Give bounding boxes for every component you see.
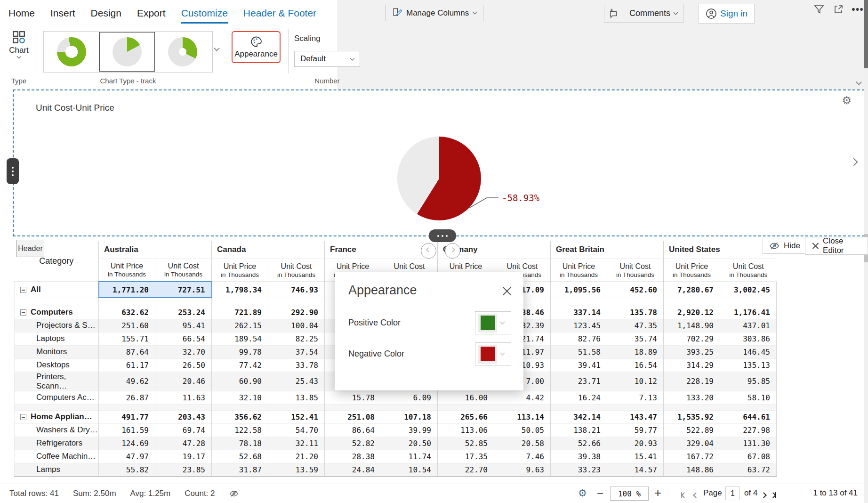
value-cell[interactable]: 54.70 <box>268 423 325 437</box>
value-cell[interactable]: 33.23 <box>551 463 607 476</box>
settings-gear-icon[interactable]: ⚙ <box>578 487 587 499</box>
value-cell[interactable]: 52.68 <box>212 450 268 463</box>
value-cell[interactable]: 522.89 <box>664 423 720 437</box>
value-cell[interactable]: 66.54 <box>155 332 212 345</box>
sign-in-button[interactable]: Sign in <box>699 4 755 24</box>
next-page-button[interactable] <box>762 490 766 500</box>
measure-header[interactable]: Unit Costin Thousands <box>268 259 325 282</box>
value-cell[interactable]: 113.06 <box>438 423 494 437</box>
collapse-icon[interactable] <box>20 414 26 420</box>
tab-customize[interactable]: Customize <box>181 8 228 22</box>
value-cell[interactable]: 1,176.41 <box>720 306 777 319</box>
chart-type-donut[interactable] <box>44 32 99 72</box>
value-cell[interactable]: 1,148.90 <box>664 319 720 332</box>
collapse-icon[interactable] <box>20 287 26 293</box>
value-cell[interactable]: 10.12 <box>607 372 664 391</box>
value-cell[interactable]: 7.13 <box>607 391 664 404</box>
value-cell[interactable]: 10.54 <box>381 463 438 476</box>
value-cell[interactable]: 644.61 <box>720 410 777 423</box>
value-cell[interactable]: 55.82 <box>99 463 155 476</box>
measure-header[interactable]: Unit Pricein Thousands <box>99 259 155 282</box>
color-picker[interactable] <box>475 342 511 365</box>
value-cell[interactable]: 7.46 <box>494 450 551 463</box>
value-cell[interactable]: 123.45 <box>551 319 607 332</box>
value-cell[interactable]: 155.71 <box>99 332 155 345</box>
value-cell[interactable]: 16.54 <box>607 358 664 372</box>
value-cell[interactable]: 26.87 <box>99 391 155 404</box>
value-cell[interactable]: 1,535.92 <box>664 410 720 423</box>
tab-export[interactable]: Export <box>137 8 166 22</box>
chart-panel[interactable]: Unit Cost-Unit Price ⚙ -58.93% <box>13 89 865 236</box>
measure-header[interactable]: Unit Pricein Thousands <box>551 259 607 282</box>
value-cell[interactable]: 17.35 <box>438 450 494 463</box>
scrollbar-thumb[interactable] <box>864 0 868 68</box>
first-page-button[interactable] <box>681 490 686 500</box>
value-cell[interactable]: 23.71 <box>551 372 607 391</box>
row-label-computers-ac-[interactable]: Computers Ac… <box>15 391 99 404</box>
chart-type-pie-variant[interactable] <box>155 32 210 72</box>
value-cell[interactable]: 337.14 <box>551 306 607 319</box>
value-cell[interactable]: 19.17 <box>155 450 212 463</box>
value-cell[interactable]: 69.74 <box>155 423 212 437</box>
fullscreen-icon[interactable] <box>832 3 845 16</box>
measures-next-button[interactable] <box>445 243 460 259</box>
value-cell[interactable]: 262.15 <box>212 319 268 332</box>
row-label-washers-dry-[interactable]: Washers & Dry… <box>15 423 99 437</box>
value-cell[interactable]: 78.18 <box>212 437 268 450</box>
hide-button[interactable]: Hide <box>763 238 807 254</box>
value-cell[interactable]: 18.89 <box>607 345 664 358</box>
value-cell[interactable]: 82.25 <box>268 332 325 345</box>
value-cell[interactable]: 342.14 <box>551 410 607 423</box>
value-cell[interactable]: 113.14 <box>494 410 551 423</box>
add-comment-button[interactable] <box>604 4 623 22</box>
row-label-printers-scann-[interactable]: Printers, Scann… <box>15 372 99 391</box>
value-cell[interactable]: 32.10 <box>212 391 268 404</box>
value-cell[interactable]: 23.85 <box>155 463 212 476</box>
value-cell[interactable]: 13.85 <box>268 391 325 404</box>
value-cell[interactable]: 135.78 <box>607 306 664 319</box>
row-label-monitors[interactable]: Monitors <box>15 345 99 358</box>
value-cell[interactable]: 58.10 <box>720 391 777 404</box>
country-header-canada[interactable]: Canada <box>212 241 325 259</box>
appearance-button[interactable]: Appearance <box>232 31 281 63</box>
value-cell[interactable]: 63.72 <box>720 463 777 476</box>
chart-type-button[interactable]: Chart <box>6 30 32 58</box>
filter-icon[interactable] <box>812 3 826 16</box>
value-cell[interactable]: 6.09 <box>381 391 438 404</box>
value-cell[interactable]: 31.87 <box>212 463 268 476</box>
value-cell[interactable]: 727.51 <box>155 282 212 298</box>
value-cell[interactable]: 60.90 <box>212 372 268 391</box>
value-cell[interactable]: 122.58 <box>212 423 268 437</box>
value-cell[interactable]: 20.58 <box>494 437 551 450</box>
value-cell[interactable]: 329.04 <box>664 437 720 450</box>
value-cell[interactable]: 95.85 <box>720 372 777 391</box>
value-cell[interactable]: 314.29 <box>664 358 720 372</box>
color-picker[interactable] <box>475 311 511 334</box>
page-number-input[interactable]: 1 <box>725 487 740 500</box>
row-label-refrigerators[interactable]: Refrigerators <box>15 437 99 450</box>
close-editor-button[interactable]: Close Editor <box>805 237 868 255</box>
value-cell[interactable]: 51.58 <box>551 345 607 358</box>
value-cell[interactable]: 138.21 <box>551 423 607 437</box>
value-cell[interactable]: 124.69 <box>99 437 155 450</box>
value-cell[interactable]: 52.82 <box>325 437 381 450</box>
value-cell[interactable]: 39.99 <box>381 423 438 437</box>
value-cell[interactable]: 99.78 <box>212 345 268 358</box>
value-cell[interactable]: 203.43 <box>155 410 212 423</box>
chart-next-arrow[interactable] <box>851 158 857 167</box>
zoom-level-input[interactable]: 100 % <box>610 487 649 501</box>
value-cell[interactable]: 32.70 <box>155 345 212 358</box>
chart-type-pie-selected[interactable] <box>99 32 155 72</box>
value-cell[interactable]: 95.41 <box>155 319 212 332</box>
manage-columns-button[interactable]: Manage Columns <box>385 5 483 21</box>
value-cell[interactable]: 437.01 <box>720 319 777 332</box>
measure-header[interactable]: Unit Costin Thousands <box>607 259 664 282</box>
value-cell[interactable]: 107.18 <box>381 410 438 423</box>
panel-drag-handle[interactable] <box>7 158 19 184</box>
value-cell[interactable]: 61.17 <box>99 358 155 372</box>
row-label-laptops[interactable]: Laptops <box>15 332 99 345</box>
value-cell[interactable]: 131.30 <box>720 437 777 450</box>
value-cell[interactable]: 11.63 <box>155 391 212 404</box>
value-cell[interactable]: 47.97 <box>99 450 155 463</box>
measure-header[interactable]: Unit Pricein Thousands <box>664 259 720 282</box>
